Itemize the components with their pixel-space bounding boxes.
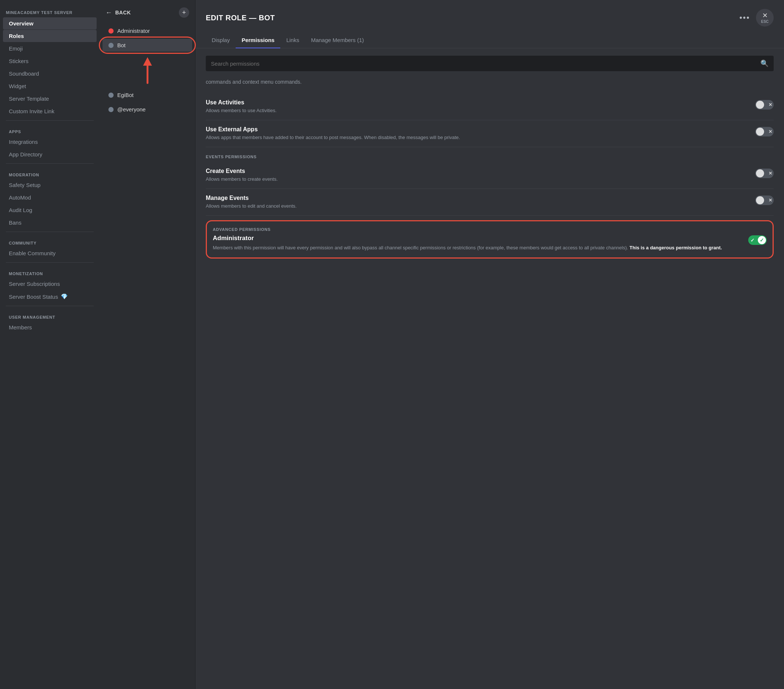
- esc-label: ESC: [761, 20, 769, 24]
- sidebar-item-server-boost-status[interactable]: Server Boost Status 💎: [3, 290, 97, 303]
- sidebar-divider-3: [6, 232, 94, 232]
- sidebar-label-custom-invite-link: Custom Invite Link: [9, 108, 54, 114]
- tab-permissions[interactable]: Permissions: [236, 33, 280, 48]
- permission-info-administrator: Administrator Members with this permissi…: [213, 234, 742, 252]
- role-item-bot[interactable]: Bot: [102, 39, 192, 52]
- edit-role-header: EDIT ROLE — BOT ••• ✕ ESC: [196, 0, 784, 26]
- role-dot-bot: [109, 43, 114, 48]
- section-monetization: MONETIZATION: [0, 265, 100, 277]
- events-section-label: EVENTS PERMISSIONS: [206, 155, 774, 159]
- permission-administrator-row: Administrator Members with this permissi…: [213, 234, 767, 252]
- more-options-button[interactable]: •••: [740, 13, 750, 23]
- close-icon: ✕: [762, 12, 768, 19]
- sidebar-item-audit-log[interactable]: Audit Log: [3, 204, 97, 216]
- toggle-administrator[interactable]: ✓: [748, 235, 767, 245]
- role-name-bot: Bot: [117, 42, 126, 48]
- search-bar: 🔍: [206, 56, 774, 71]
- sidebar-divider-4: [6, 262, 94, 263]
- sidebar-label-enable-community: Enable Community: [9, 250, 56, 256]
- edit-role-panel: EDIT ROLE — BOT ••• ✕ ESC Display Permis…: [196, 0, 784, 689]
- sidebar-divider-5: [6, 306, 94, 306]
- esc-button[interactable]: ✕ ESC: [756, 9, 774, 26]
- sidebar-label-overview: Overview: [9, 20, 33, 26]
- sidebar-item-integrations[interactable]: Integrations: [3, 136, 97, 148]
- role-item-everyone[interactable]: @everyone: [102, 103, 192, 116]
- sidebar-label-app-directory: App Directory: [9, 151, 43, 158]
- role-item-egibot[interactable]: EgiBot: [102, 89, 192, 101]
- section-user-management: USER MANAGEMENT: [0, 309, 100, 321]
- toggle-knob-administrator: ✓: [758, 236, 766, 244]
- sidebar-item-server-subscriptions[interactable]: Server Subscriptions: [3, 278, 97, 290]
- permission-name-create-events: Create Events: [206, 168, 749, 175]
- sidebar-label-audit-log: Audit Log: [9, 207, 32, 213]
- sidebar-label-integrations: Integrations: [9, 139, 38, 145]
- sidebar-divider-2: [6, 163, 94, 164]
- toggle-knob-use-external-apps: [756, 128, 764, 136]
- sidebar-item-soundboard[interactable]: Soundboard: [3, 68, 97, 80]
- red-arrow-icon: [137, 55, 158, 85]
- sidebar-item-app-directory[interactable]: App Directory: [3, 148, 97, 160]
- permission-use-external-apps: Use External Apps Allows apps that membe…: [206, 120, 774, 147]
- toggle-use-activities[interactable]: [755, 100, 774, 110]
- sidebar-label-bans: Bans: [9, 219, 21, 226]
- search-input[interactable]: [211, 61, 757, 67]
- sidebar-item-enable-community[interactable]: Enable Community: [3, 247, 97, 259]
- toggle-create-events[interactable]: [755, 168, 774, 178]
- sidebar-item-widget[interactable]: Widget: [3, 80, 97, 92]
- tab-display[interactable]: Display: [206, 33, 236, 48]
- role-item-administrator[interactable]: Administrator: [102, 24, 192, 37]
- roles-header: ← BACK +: [100, 7, 195, 24]
- permission-info-use-activities: Use Activities Allows members to use Act…: [206, 99, 749, 114]
- sidebar-item-stickers[interactable]: Stickers: [3, 55, 97, 67]
- permission-info-create-events: Create Events Allows members to create e…: [206, 168, 749, 183]
- permission-desc-administrator: Members with this permission will have e…: [213, 244, 742, 252]
- back-arrow-icon: ←: [105, 9, 112, 16]
- sidebar-item-emoji[interactable]: Emoji: [3, 43, 97, 54]
- add-role-button[interactable]: +: [179, 7, 189, 18]
- section-moderation: MODERATION: [0, 167, 100, 178]
- permission-desc-create-events: Allows members to create events.: [206, 176, 749, 183]
- advanced-section-label: ADVANCED PERMISSIONS: [213, 227, 767, 232]
- advanced-permissions-section: ADVANCED PERMISSIONS Administrator Membe…: [206, 220, 774, 259]
- edit-role-more: ••• ✕ ESC: [740, 9, 774, 26]
- role-name-egibot: EgiBot: [117, 92, 133, 98]
- permission-desc-normal: Members with this permission will have e…: [213, 245, 628, 251]
- back-button[interactable]: ← BACK: [105, 9, 131, 16]
- sidebar-label-server-subscriptions: Server Subscriptions: [9, 281, 60, 287]
- permission-desc-use-activities: Allows members to use Activities.: [206, 107, 749, 114]
- role-dot-everyone: [109, 107, 114, 112]
- toggle-manage-events[interactable]: [755, 196, 774, 205]
- svg-marker-1: [143, 57, 152, 66]
- sidebar-item-members[interactable]: Members: [3, 321, 97, 333]
- permission-name-use-activities: Use Activities: [206, 99, 749, 106]
- tab-manage-members[interactable]: Manage Members (1): [305, 33, 369, 48]
- sidebar-item-roles[interactable]: Roles: [3, 30, 97, 42]
- sidebar-label-roles: Roles: [9, 33, 24, 39]
- permission-info-manage-events: Manage Events Allows members to edit and…: [206, 195, 749, 209]
- sidebar-label-stickers: Stickers: [9, 58, 28, 64]
- sidebar-item-safety-setup[interactable]: Safety Setup: [3, 179, 97, 191]
- sidebar-label-server-template: Server Template: [9, 96, 49, 102]
- sidebar-label-widget: Widget: [9, 83, 26, 89]
- permission-desc-bold: This is a dangerous permission to grant.: [628, 245, 722, 251]
- permissions-content: 🔍 commands and context menu commands. Us…: [196, 48, 784, 689]
- permission-desc-manage-events: Allows members to edit and cancel events…: [206, 203, 749, 209]
- sidebar-item-bans[interactable]: Bans: [3, 216, 97, 229]
- permission-name-administrator: Administrator: [213, 234, 742, 242]
- sidebar-item-custom-invite-link[interactable]: Custom Invite Link: [3, 105, 97, 117]
- permission-manage-events: Manage Events Allows members to edit and…: [206, 189, 774, 216]
- arrow-annotation: [100, 55, 195, 85]
- sidebar-item-automod[interactable]: AutoMod: [3, 191, 97, 204]
- sidebar-item-overview[interactable]: Overview: [3, 17, 97, 30]
- sidebar-item-server-template[interactable]: Server Template: [3, 92, 97, 105]
- tab-links[interactable]: Links: [280, 33, 305, 48]
- permission-desc-use-external-apps: Allows apps that members have added to t…: [206, 134, 749, 141]
- toggle-knob-create-events: [756, 169, 764, 177]
- role-name-administrator: Administrator: [117, 28, 150, 34]
- sidebar: MINEACADEMY TEST SERVER Overview Roles E…: [0, 0, 100, 689]
- permission-use-activities: Use Activities Allows members to use Act…: [206, 93, 774, 120]
- toggle-use-external-apps[interactable]: [755, 127, 774, 137]
- section-community: COMMUNITY: [0, 235, 100, 247]
- boost-icon: 💎: [61, 293, 68, 300]
- search-icon: 🔍: [760, 59, 769, 68]
